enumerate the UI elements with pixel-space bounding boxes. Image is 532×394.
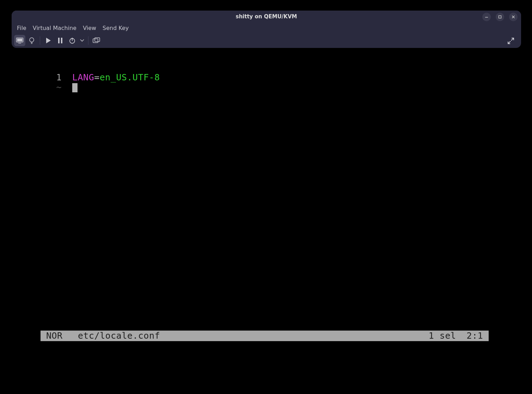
close-icon	[512, 15, 515, 19]
fullscreen-button[interactable]	[505, 35, 516, 47]
syntax-key: LANG	[72, 72, 94, 82]
svg-rect-5	[17, 39, 23, 42]
fullscreen-icon	[507, 37, 514, 44]
editor-line: 1LANG=en_US.UTF-8	[41, 73, 489, 82]
svg-rect-12	[61, 38, 62, 43]
menubar: File Virtual Machine View Send Key	[12, 23, 521, 33]
status-position: 2:1	[466, 331, 483, 341]
console-button[interactable]	[14, 35, 25, 46]
svg-rect-15	[93, 39, 98, 43]
details-button[interactable]	[26, 35, 37, 46]
snapshots-icon	[93, 37, 100, 44]
tilde: ~	[41, 82, 72, 92]
svg-rect-1	[499, 16, 501, 18]
toolbar-separator	[40, 36, 40, 45]
shutdown-button[interactable]	[67, 35, 78, 46]
close-button[interactable]	[509, 13, 518, 21]
menu-virtual-machine[interactable]: Virtual Machine	[30, 23, 80, 33]
snapshots-button[interactable]	[91, 35, 102, 46]
statusbar: NOR etc/locale.conf 1 sel 2:1	[41, 331, 489, 341]
titlebar: shitty on QEMU/KVM	[12, 11, 521, 23]
window-controls	[482, 13, 518, 21]
status-selection: 1 sel	[429, 331, 456, 341]
maximize-button[interactable]	[496, 13, 504, 21]
maximize-icon	[498, 15, 502, 19]
minimize-icon	[485, 15, 488, 19]
vm-window: shitty on QEMU/KVM File Virtual Machine …	[12, 11, 521, 48]
status-mode: NOR	[46, 331, 78, 341]
play-icon	[45, 37, 51, 44]
syntax-value: en_US.UTF-8	[100, 72, 160, 82]
cursor	[72, 83, 78, 92]
window-title: shitty on QEMU/KVM	[236, 13, 297, 20]
menu-send-key[interactable]: Send Key	[99, 23, 132, 33]
run-button[interactable]	[43, 35, 54, 46]
svg-point-7	[30, 38, 34, 42]
menu-file[interactable]: File	[14, 23, 30, 33]
minimize-button[interactable]	[482, 13, 491, 21]
lightbulb-icon	[29, 37, 35, 44]
svg-line-17	[511, 38, 514, 41]
svg-rect-16	[95, 38, 100, 42]
svg-line-18	[508, 41, 511, 44]
pause-icon	[58, 37, 63, 44]
monitor-icon	[16, 37, 24, 44]
chevron-down-icon	[80, 39, 84, 42]
power-icon	[69, 37, 76, 44]
editor-empty-line: ~	[41, 82, 489, 92]
toolbar-separator	[88, 36, 88, 45]
toolbar	[12, 33, 521, 48]
svg-rect-11	[58, 38, 60, 43]
shutdown-menu-button[interactable]	[79, 35, 86, 46]
editor-area[interactable]: 1LANG=en_US.UTF-8 ~	[41, 73, 489, 92]
status-file: etc/locale.conf	[78, 331, 160, 341]
syntax-eq: =	[94, 72, 100, 82]
menu-view[interactable]: View	[80, 23, 99, 33]
line-number: 1	[41, 73, 72, 82]
svg-marker-10	[46, 38, 51, 43]
pause-button[interactable]	[55, 35, 66, 46]
